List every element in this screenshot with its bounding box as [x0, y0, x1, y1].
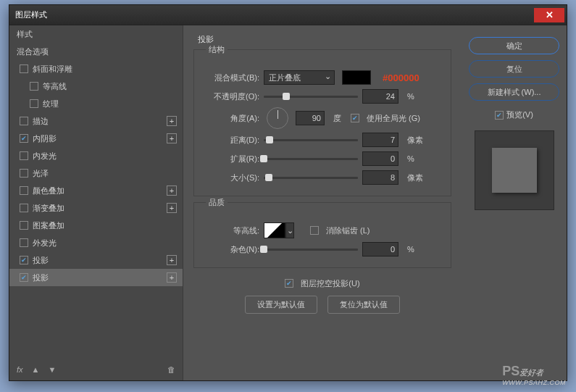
opacity-input[interactable]: 24 — [362, 89, 398, 104]
effect-checkbox[interactable] — [20, 221, 28, 230]
opacity-unit: % — [407, 92, 429, 101]
angle-input[interactable]: 90 — [296, 111, 325, 125]
effect-row[interactable]: 内阴影+ — [9, 130, 183, 147]
effect-checkbox[interactable] — [20, 134, 28, 143]
delete-effect-button[interactable]: 🗑 — [167, 365, 175, 374]
knockout-checkbox[interactable] — [285, 279, 293, 288]
angle-unit: 度 — [333, 113, 346, 124]
preview-swatch — [475, 130, 554, 210]
preview-checkbox[interactable] — [495, 111, 504, 120]
close-button[interactable]: ✕ — [534, 8, 564, 22]
preview-label: 预览(V) — [506, 109, 533, 120]
effect-checkbox[interactable] — [20, 64, 28, 73]
effect-checkbox[interactable] — [20, 186, 28, 195]
effect-checkbox[interactable] — [20, 151, 28, 160]
watermark-url: WWW.PSAHZ.COM — [502, 379, 566, 386]
global-light-label: 使用全局光 (G) — [367, 113, 420, 124]
add-effect-button[interactable]: + — [167, 133, 177, 143]
right-column: 确定 复位 新建样式 (W)... 预览(V) — [462, 25, 567, 380]
effect-row[interactable]: 斜面和浮雕 — [9, 60, 183, 78]
distance-input[interactable]: 7 — [362, 133, 398, 147]
effect-checkbox[interactable] — [30, 99, 38, 108]
contour-label: 等高线: — [201, 225, 259, 236]
effect-checkbox[interactable] — [20, 169, 28, 178]
effect-row[interactable]: 外发光 — [9, 234, 183, 251]
effect-checkbox[interactable] — [20, 273, 28, 282]
add-effect-button[interactable]: + — [167, 255, 177, 265]
fx-menu-button[interactable]: fx — [17, 365, 23, 374]
reset-default-button[interactable]: 复位为默认值 — [327, 296, 400, 314]
effect-row[interactable]: 等高线 — [9, 78, 183, 95]
global-light-checkbox[interactable] — [351, 114, 359, 122]
distance-label: 距离(D): — [201, 135, 259, 146]
main-panel: 投影 结构 混合模式(B): 正片叠底 #000000 不透明度(O): 24 … — [183, 25, 462, 380]
new-style-button[interactable]: 新建样式 (W)... — [469, 83, 559, 101]
opacity-slider[interactable] — [264, 91, 358, 101]
spread-label: 扩展(R): — [201, 154, 259, 164]
preview-inner — [492, 148, 537, 193]
effect-checkbox[interactable] — [20, 238, 28, 247]
styles-sidebar: 样式 混合选项 斜面和浮雕等高线纹理描边+内阴影+内发光光泽颜色叠加+渐变叠加+… — [9, 25, 183, 380]
effect-label: 内阴影 — [33, 133, 167, 144]
angle-label: 角度(A): — [201, 113, 259, 124]
noise-unit: % — [407, 245, 429, 254]
effect-label: 投影 — [33, 255, 167, 266]
move-up-button[interactable]: ▲ — [32, 365, 40, 374]
effect-label: 外发光 — [33, 238, 177, 249]
antialias-checkbox[interactable] — [310, 226, 319, 235]
effect-label: 颜色叠加 — [33, 185, 167, 196]
size-label: 大小(S): — [201, 172, 259, 183]
effect-row[interactable]: 描边+ — [9, 112, 183, 130]
effect-checkbox[interactable] — [20, 256, 28, 264]
move-down-button[interactable]: ▼ — [48, 365, 56, 374]
watermark-logo: PS — [502, 364, 519, 378]
add-effect-button[interactable]: + — [167, 272, 177, 283]
add-effect-button[interactable]: + — [167, 116, 177, 126]
effect-row[interactable]: 图案叠加 — [9, 217, 183, 234]
effect-row[interactable]: 内发光 — [9, 147, 183, 164]
effect-label: 图案叠加 — [33, 220, 177, 231]
opacity-label: 不透明度(O): — [201, 91, 259, 102]
quality-group: 品质 等高线: ⌄ 消除锯齿 (L) 杂色(N): 0 % — [193, 202, 451, 268]
spread-input[interactable]: 0 — [362, 151, 398, 166]
angle-dial[interactable] — [267, 107, 288, 129]
size-input[interactable]: 8 — [362, 170, 398, 185]
sidebar-footer: fx ▲ ▼ 🗑 — [9, 359, 183, 380]
effect-checkbox[interactable] — [20, 117, 28, 125]
blend-mode-select[interactable]: 正片叠底 — [264, 70, 335, 85]
effect-row[interactable]: 渐变叠加+ — [9, 199, 183, 217]
effect-label: 投影 — [33, 272, 167, 283]
add-effect-button[interactable]: + — [167, 203, 177, 213]
noise-input[interactable]: 0 — [362, 242, 398, 257]
styles-header[interactable]: 样式 — [9, 25, 183, 43]
make-default-button[interactable]: 设置为默认值 — [245, 296, 317, 314]
effect-row[interactable]: 颜色叠加+ — [9, 182, 183, 199]
contour-dropdown[interactable]: ⌄ — [285, 222, 294, 238]
noise-slider[interactable] — [264, 244, 358, 254]
structure-legend: 结构 — [206, 44, 228, 55]
distance-slider[interactable] — [264, 135, 358, 145]
blend-options-header[interactable]: 混合选项 — [9, 43, 183, 60]
effect-row[interactable]: 光泽 — [9, 164, 183, 182]
effect-row[interactable]: 投影+ — [9, 251, 183, 269]
effect-label: 等高线 — [43, 81, 177, 92]
cancel-button[interactable]: 复位 — [469, 60, 559, 78]
size-slider[interactable] — [264, 172, 358, 183]
contour-picker[interactable] — [264, 222, 285, 238]
effect-label: 内发光 — [33, 151, 177, 162]
effect-label: 光泽 — [33, 168, 177, 179]
effect-label: 渐变叠加 — [33, 203, 167, 214]
window-title: 图层样式 — [9, 9, 534, 20]
titlebar[interactable]: 图层样式 ✕ — [9, 5, 567, 25]
spread-slider[interactable] — [264, 154, 358, 164]
effect-checkbox[interactable] — [20, 204, 28, 212]
antialias-label: 消除锯齿 (L) — [326, 225, 370, 236]
effect-checkbox[interactable] — [30, 82, 38, 91]
shadow-color-swatch[interactable] — [342, 70, 371, 85]
spread-unit: % — [407, 154, 429, 163]
size-unit: 像素 — [407, 172, 429, 183]
add-effect-button[interactable]: + — [167, 185, 177, 196]
effect-row[interactable]: 纹理 — [9, 95, 183, 112]
ok-button[interactable]: 确定 — [469, 37, 559, 54]
effect-row[interactable]: 投影+ — [9, 269, 183, 286]
